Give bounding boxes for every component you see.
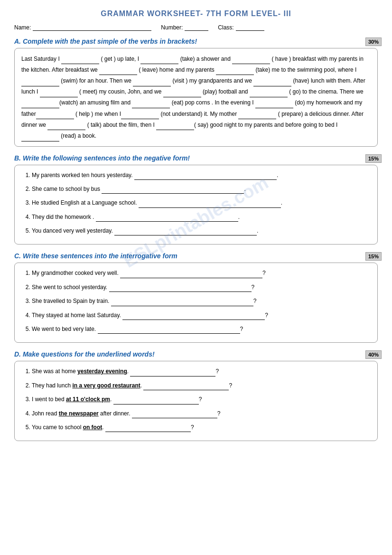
section-b-heading: B. Write the following sentences into th… [14, 154, 378, 162]
section-b-score: 15% [365, 154, 382, 163]
section-b-list: My parents worked ten hours yesterday. .… [21, 170, 371, 236]
answer-line [98, 324, 240, 334]
list-item: My parents worked ten hours yesterday. . [32, 170, 371, 180]
answer-line [139, 198, 281, 207]
section-d-content: She was at home yesterday evening. ? The… [14, 361, 378, 441]
number-label: Number: [161, 24, 183, 31]
answer-line [130, 366, 215, 376]
answer-line [132, 408, 217, 418]
blank [232, 53, 270, 64]
blank [216, 64, 254, 75]
sentence-text: She went to school yesterday. [32, 284, 107, 291]
blank [21, 97, 59, 108]
sentence-text: My parents worked ten hours yesterday. [32, 172, 133, 179]
blank [255, 97, 293, 108]
number-input [185, 24, 208, 31]
blank [253, 75, 291, 86]
section-a: A. Complete with the past simple of the … [14, 38, 378, 147]
section-c-content: My grandmother cooked very well. ? She w… [14, 263, 378, 343]
sentence-text: She came to school by bus [32, 186, 100, 192]
section-c-heading: C. Write these sentences into the interr… [14, 252, 378, 260]
sentence-text: They did the homework . [32, 214, 94, 220]
sentence-text: He studied English at a Language school. [32, 199, 137, 206]
section-c: C. Write these sentences into the interr… [14, 252, 378, 343]
sentence-text-after: . [127, 368, 129, 375]
section-a-text: Last Saturday I ( get ) up late, I (take… [21, 56, 365, 139]
blank [132, 97, 170, 108]
section-a-score: 30% [365, 38, 382, 46]
blank [36, 108, 74, 119]
sentence-text: My grandmother cooked very well. [32, 270, 119, 276]
answer-line [102, 184, 244, 194]
blank [40, 86, 78, 97]
answer-line [105, 422, 191, 432]
underlined-word: in a very good restaurant [72, 382, 140, 389]
blank [156, 119, 194, 130]
list-item: We went to bed very late. ? [32, 324, 371, 334]
page-title: GRAMMAR WORKSHEET- 7TH FORM LEVEL- III [14, 9, 378, 18]
blank [133, 75, 171, 86]
section-b: B. Write the following sentences into th… [14, 154, 378, 245]
list-item: I went to bed at 11 o'clock pm. ? [32, 394, 371, 404]
blank [238, 108, 276, 119]
blank [61, 53, 99, 64]
answer-line [114, 226, 257, 235]
section-c-list: My grandmother cooked very well. ? She w… [21, 268, 371, 334]
list-item: They did the homework . . [32, 212, 371, 222]
name-input [33, 24, 151, 31]
sentence-text-after: . [140, 382, 142, 389]
blank [163, 86, 201, 97]
section-b-content: My parents worked ten hours yesterday. .… [14, 165, 378, 245]
answer-line [134, 170, 277, 180]
blank [21, 130, 59, 141]
sentence-text-before: You came to school [32, 424, 83, 431]
underlined-word: at 11 o'clock pm [66, 396, 110, 403]
sentence-text-before: I went to bed [32, 396, 66, 403]
sentence-text: They stayed at home last Saturday. [32, 312, 121, 319]
sentence-text-after: . [102, 424, 103, 431]
sentence-text: She travelled to Spain by train. [32, 298, 109, 304]
list-item: My grandmother cooked very well. ? [32, 268, 371, 278]
section-d-score: 40% [365, 350, 382, 359]
underlined-word: the newspaper [59, 410, 99, 417]
list-item: She travelled to Spain by train. ? [32, 296, 371, 306]
list-item: You came to school on foot. ? [32, 422, 371, 432]
list-item: They had lunch in a very good restaurant… [32, 380, 371, 390]
section-c-score: 15% [365, 252, 382, 261]
blank [99, 64, 137, 75]
list-item: He studied English at a Language school.… [32, 198, 371, 207]
blank [47, 119, 85, 130]
sentence-text: We went to bed very late. [32, 326, 96, 332]
answer-line [96, 212, 238, 222]
section-d-list: She was at home yesterday evening. ? The… [21, 366, 371, 432]
answer-line [120, 268, 262, 278]
blank [250, 86, 288, 97]
class-label: Class: [218, 24, 233, 31]
list-item: She was at home yesterday evening. ? [32, 366, 371, 376]
section-d-heading: D. Make questions for the underlined wor… [14, 350, 378, 358]
list-item: John read the newspaper after dinner. ? [32, 408, 371, 418]
class-input [236, 24, 264, 31]
header-line: Name: Number: Class: [14, 24, 378, 31]
sentence-text-before: She was at home [32, 368, 77, 375]
answer-line [109, 282, 252, 292]
answer-line [143, 380, 229, 390]
underlined-word: yesterday evening [77, 368, 127, 375]
answer-line [122, 310, 265, 320]
list-item: They stayed at home last Saturday. ? [32, 310, 371, 320]
list-item: She came to school by bus . [32, 184, 371, 194]
sentence-text-after: . [110, 396, 112, 403]
underlined-word: on foot [83, 424, 103, 431]
section-d: D. Make questions for the underlined wor… [14, 350, 378, 441]
sentence-text: You danced very well yesterday. [32, 227, 113, 234]
blank [140, 53, 178, 64]
answer-line [111, 296, 253, 306]
name-label: Name: [14, 24, 31, 31]
blank [121, 108, 159, 119]
section-a-content: Last Saturday I ( get ) up late, I (take… [14, 48, 378, 147]
sentence-text-before: John read [32, 410, 59, 417]
list-item: You danced very well yesterday. . [32, 226, 371, 235]
sentence-text-after: after dinner. [99, 410, 131, 417]
blank [21, 75, 59, 86]
answer-line [113, 394, 199, 404]
